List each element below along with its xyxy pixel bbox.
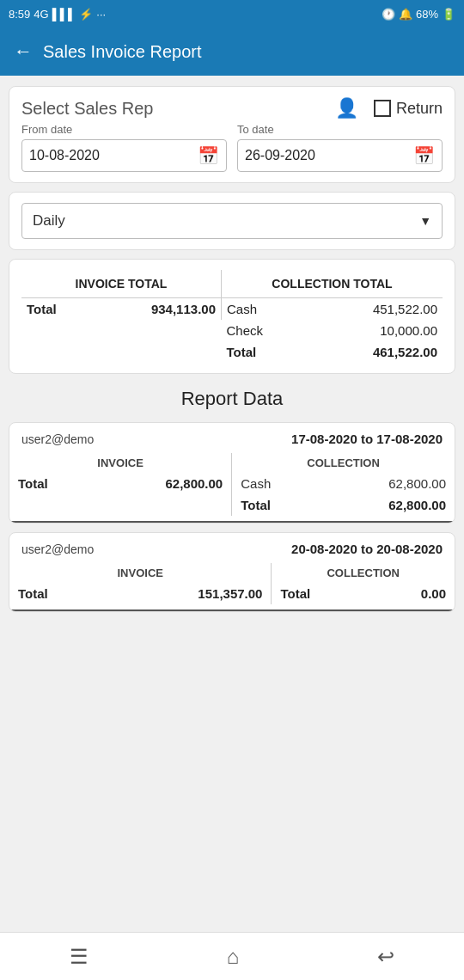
filter-card: Select Sales Rep 👤 Return From date 10-0… (9, 86, 455, 183)
period-label: Daily (33, 212, 65, 230)
battery-icon: 🔋 (442, 8, 455, 21)
date-row: From date 10-08-2020 📅 To date 26-09-202… (21, 123, 443, 172)
alarm-icon: 🕐 (382, 8, 395, 21)
to-date-value: 26-09-2020 (245, 148, 406, 163)
check-label: Check (221, 320, 306, 341)
status-bar: 8:59 4G ▌▌▌ ⚡ ··· 🕐 🔔 68% 🔋 (0, 0, 464, 28)
report-card-2: user2@demo 20-08-2020 to 20-08-2020 INVO… (9, 532, 455, 612)
chevron-down-icon: ▼ (419, 214, 431, 228)
invoice-total-value: 934,113.00 (91, 298, 222, 321)
battery-level: 68% (416, 8, 438, 21)
bottom-nav: ☰ ⌂ ↩ (0, 932, 464, 980)
report-card-2-header: user2@demo 20-08-2020 to 20-08-2020 (9, 533, 455, 563)
main-content: Select Sales Rep 👤 Return From date 10-0… (0, 76, 464, 672)
report-card-1-header: user2@demo 17-08-2020 to 17-08-2020 (9, 423, 455, 453)
back-nav-icon[interactable]: ↩ (377, 945, 394, 969)
report-user-2: user2@demo (21, 542, 94, 556)
report-data-table-1: INVOICE COLLECTION Total 62,800.00 Cash … (9, 453, 455, 516)
report-data-title: Report Data (9, 388, 455, 410)
from-date-label: From date (21, 123, 227, 136)
totals-table: INVOICE TOTAL COLLECTION TOTAL Total 934… (21, 270, 443, 363)
status-bar-right: 🕐 🔔 68% 🔋 (382, 8, 455, 21)
sales-rep-label[interactable]: Select Sales Rep (21, 99, 328, 119)
return-checkbox[interactable] (374, 100, 391, 117)
check-value: 10,000.00 (307, 320, 443, 341)
report-card-1: user2@demo 17-08-2020 to 17-08-2020 INVO… (9, 422, 455, 524)
rep-collection-total-value-2: 0.00 (369, 583, 455, 604)
rep-collection-total-label-1: Total (232, 494, 319, 516)
report-collection-header-1: COLLECTION (232, 453, 455, 473)
from-date-value: 10-08-2020 (29, 148, 191, 163)
rep-cash-value-1: 62,800.00 (319, 473, 455, 494)
notification-icon: 🔔 (399, 8, 412, 21)
invoice-total-label: Total (21, 298, 91, 321)
to-date-label: To date (237, 123, 443, 136)
report-card-1-border (9, 521, 455, 523)
rep-invoice-total-label-2: Total (9, 583, 105, 604)
home-icon[interactable]: ⌂ (227, 945, 240, 969)
report-collection-header-2: COLLECTION (272, 563, 455, 583)
cash-label: Cash (221, 298, 306, 321)
from-calendar-icon[interactable]: 📅 (198, 145, 219, 166)
period-dropdown[interactable]: Daily ▼ (21, 203, 443, 239)
rep-collection-total-label-2: Total (272, 583, 369, 604)
report-date-range-2: 20-08-2020 to 20-08-2020 (291, 542, 443, 556)
period-dropdown-card: Daily ▼ (9, 192, 455, 250)
rep-invoice-total-value-1: 62,800.00 (95, 473, 232, 494)
report-card-2-border (9, 609, 455, 611)
app-header: ← Sales Invoice Report (0, 28, 464, 76)
cash-value: 451,522.00 (307, 298, 443, 321)
status-signal-icon: ▌▌▌ (52, 8, 76, 21)
report-user-1: user2@demo (21, 432, 94, 446)
status-dots-icon: ··· (96, 8, 106, 21)
to-calendar-icon[interactable]: 📅 (413, 145, 435, 166)
sales-rep-row[interactable]: Select Sales Rep 👤 Return (21, 97, 443, 119)
rep-cash-label-1: Cash (232, 473, 319, 494)
collection-total-header: COLLECTION TOTAL (221, 270, 443, 298)
back-button[interactable]: ← (14, 40, 33, 63)
from-date-input[interactable]: 10-08-2020 📅 (21, 139, 227, 172)
return-section: Return (374, 100, 443, 118)
rep-invoice-total-label-1: Total (9, 473, 95, 494)
person-icon: 👤 (335, 97, 358, 119)
report-data-table-2: INVOICE COLLECTION Total 151,357.00 Tota… (9, 563, 455, 604)
report-invoice-header-1: INVOICE (9, 453, 232, 473)
to-date-input[interactable]: 26-09-2020 📅 (237, 139, 443, 172)
from-date-field: From date 10-08-2020 📅 (21, 123, 227, 172)
status-bar-left: 8:59 4G ▌▌▌ ⚡ ··· (9, 8, 106, 21)
collection-total-value: 461,522.00 (307, 341, 443, 363)
summary-card: INVOICE TOTAL COLLECTION TOTAL Total 934… (9, 259, 455, 374)
page-title: Sales Invoice Report (43, 42, 202, 62)
status-4g-icon: 4G (34, 8, 48, 21)
rep-invoice-total-value-2: 151,357.00 (105, 583, 272, 604)
collection-total-label: Total (221, 341, 306, 363)
invoice-total-header: INVOICE TOTAL (21, 270, 221, 298)
return-label: Return (396, 100, 443, 118)
report-date-range-1: 17-08-2020 to 17-08-2020 (291, 432, 443, 446)
status-usb-icon: ⚡ (79, 8, 93, 21)
to-date-field: To date 26-09-2020 📅 (237, 123, 443, 172)
menu-icon[interactable]: ☰ (70, 945, 89, 969)
status-time: 8:59 (9, 8, 30, 21)
report-invoice-header-2: INVOICE (9, 563, 272, 583)
rep-collection-total-value-1: 62,800.00 (319, 494, 455, 516)
